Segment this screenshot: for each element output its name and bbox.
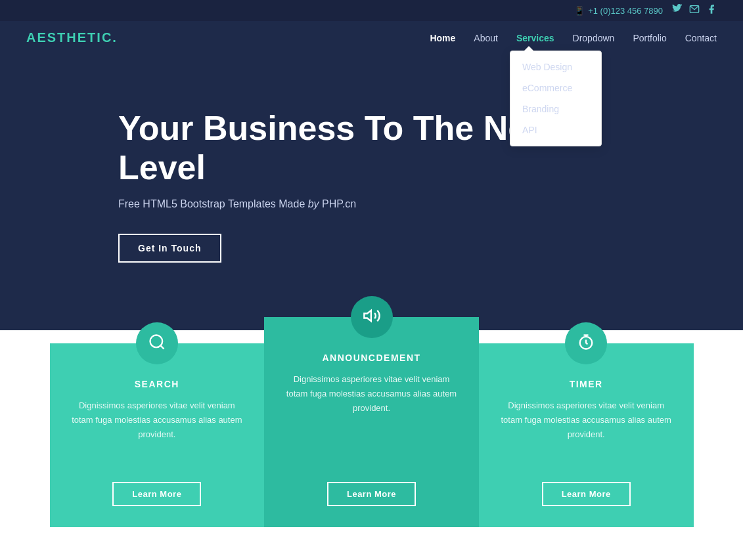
card-announcement-text: Dignissimos asperiores vitae velit venia… bbox=[282, 372, 461, 466]
nav-about[interactable]: About bbox=[474, 32, 498, 44]
dropdown-web-design[interactable]: Web Design bbox=[510, 56, 601, 77]
nav-portfolio[interactable]: Portfolio bbox=[633, 32, 666, 44]
card-timer: TIMER Dignissimos asperiores vitae velit… bbox=[479, 343, 694, 527]
nav-contact[interactable]: Contact bbox=[685, 32, 717, 44]
card-timer-title: TIMER bbox=[570, 379, 603, 389]
services-dropdown: Web Design eCommerce Branding API bbox=[510, 51, 602, 146]
svg-point-1 bbox=[150, 335, 162, 348]
topbar-social-icons bbox=[672, 4, 717, 17]
nav-links: Home About Services Web Design eCommerce… bbox=[430, 32, 717, 44]
card-timer-text: Dignissimos asperiores vitae velit venia… bbox=[497, 398, 675, 466]
card-timer-icon-wrap bbox=[565, 322, 607, 364]
search-icon bbox=[148, 333, 166, 354]
nav-home[interactable]: Home bbox=[430, 32, 455, 44]
dropdown-branding[interactable]: Branding bbox=[510, 98, 601, 119]
nav-services-link[interactable]: Services bbox=[516, 33, 554, 43]
card-timer-button[interactable]: Learn More bbox=[542, 482, 631, 506]
dropdown-api[interactable]: API bbox=[510, 119, 601, 140]
card-search-button[interactable]: Learn More bbox=[112, 482, 201, 506]
card-announcement-icon-wrap bbox=[351, 296, 393, 338]
hero-subtitle-start: Free HTML5 Bootstrap Templates Made bbox=[118, 198, 308, 209]
phone-number: +1 (0)123 456 7890 bbox=[588, 6, 663, 16]
hero-subtitle: Free HTML5 Bootstrap Templates Made by P… bbox=[118, 198, 625, 210]
twitter-icon[interactable] bbox=[672, 4, 683, 17]
card-search-title: SEARCH bbox=[135, 379, 179, 389]
navbar: AESTHETIC. Home About Services Web Desig… bbox=[0, 21, 743, 54]
cards-wrapper: SEARCH Dignissimos asperiores vitae veli… bbox=[50, 343, 694, 527]
topbar: 📱 +1 (0)123 456 7890 bbox=[0, 0, 743, 21]
hero-section: Your Business To The Next Level Free HTM… bbox=[0, 54, 743, 330]
topbar-phone: 📱 +1 (0)123 456 7890 bbox=[574, 6, 663, 16]
cards-section: SEARCH Dignissimos asperiores vitae veli… bbox=[0, 330, 743, 553]
card-announcement-title: ANNOUNCDEMENT bbox=[322, 353, 420, 363]
hero-cta-button[interactable]: Get In Touch bbox=[118, 234, 221, 263]
card-search-text: Dignissimos asperiores vitae velit venia… bbox=[68, 398, 246, 466]
nav-dropdown[interactable]: Dropdown bbox=[573, 32, 615, 44]
brand-logo[interactable]: AESTHETIC. bbox=[26, 30, 118, 45]
brand-text: AESTHETIC bbox=[26, 30, 112, 45]
card-search: SEARCH Dignissimos asperiores vitae veli… bbox=[50, 343, 265, 527]
hero-subtitle-italic: by bbox=[308, 198, 319, 209]
svg-line-2 bbox=[160, 345, 164, 349]
facebook-icon[interactable] bbox=[706, 4, 717, 17]
nav-dropdown-link[interactable]: Dropdown bbox=[573, 33, 615, 43]
nav-about-link[interactable]: About bbox=[474, 33, 498, 43]
phone-icon: 📱 bbox=[574, 6, 585, 16]
dropdown-ecommerce[interactable]: eCommerce bbox=[510, 77, 601, 98]
brand-dot: . bbox=[112, 30, 118, 45]
card-announcement-button[interactable]: Learn More bbox=[327, 482, 416, 506]
nav-portfolio-link[interactable]: Portfolio bbox=[633, 33, 666, 43]
hero-subtitle-end: PHP.cn bbox=[319, 198, 357, 209]
nav-contact-link[interactable]: Contact bbox=[685, 33, 717, 43]
nav-home-link[interactable]: Home bbox=[430, 33, 455, 43]
nav-services[interactable]: Services Web Design eCommerce Branding A… bbox=[516, 32, 554, 44]
card-search-icon-wrap bbox=[136, 322, 178, 364]
timer-icon bbox=[577, 333, 595, 354]
svg-marker-3 bbox=[364, 311, 371, 321]
email-icon[interactable] bbox=[689, 4, 700, 17]
announce-icon bbox=[363, 307, 381, 328]
card-announcement: ANNOUNCDEMENT Dignissimos asperiores vit… bbox=[264, 317, 479, 527]
